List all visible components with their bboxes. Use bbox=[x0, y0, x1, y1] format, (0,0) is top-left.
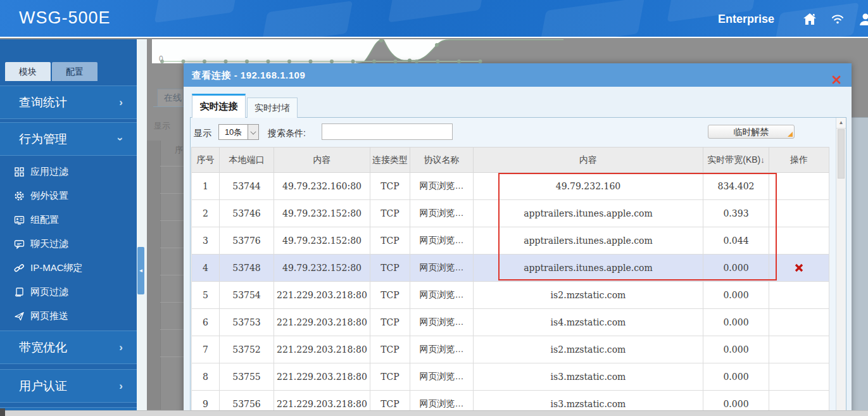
col-remote-content: 内容 bbox=[474, 148, 703, 173]
table-row[interactable]: 25374649.79.232.152:80TCP网页浏览…apptrailer… bbox=[192, 200, 829, 227]
row-remote-content-cell: apptrailers.itunes.apple.com bbox=[474, 255, 703, 282]
gear-icon bbox=[14, 191, 25, 201]
sidebar-section-user-auth[interactable]: 用户认证 › bbox=[0, 369, 137, 403]
row-seq-cell: 5 bbox=[192, 282, 220, 309]
scrollbar-up-icon[interactable]: ▲ bbox=[836, 118, 846, 129]
edition-label: Enterprise bbox=[718, 13, 774, 26]
send-icon bbox=[14, 311, 25, 322]
col-bandwidth[interactable]: 实时带宽(KB)↓ bbox=[703, 148, 769, 173]
window-scroll-corner bbox=[0, 408, 5, 416]
table-row[interactable]: 853755221.229.203.218:80TCP网页浏览…is3.mzst… bbox=[192, 363, 829, 391]
sidebar-item-app-filter[interactable]: 应用过滤 bbox=[0, 160, 137, 184]
row-local-content-cell: 221.229.203.218:80 bbox=[274, 336, 370, 363]
dialog-title: 查看连接 - 192.168.1.109 bbox=[192, 70, 305, 80]
webpage-icon bbox=[14, 287, 25, 298]
row-port-cell: 53754 bbox=[220, 282, 274, 309]
sidebar-nav: 模块 配置 查询统计 › 行为管理 › 应用过滤 例外设置 组配置 聊天过滤 bbox=[0, 39, 137, 416]
panel-scrollbar[interactable]: ▲ bbox=[836, 118, 846, 415]
row-action-cell[interactable] bbox=[769, 255, 829, 282]
row-remote-content-cell: apptrailers.itunes.apple.com bbox=[474, 200, 703, 227]
close-icon[interactable] bbox=[831, 70, 841, 80]
row-protocol-cell: 网页浏览… bbox=[410, 336, 474, 363]
row-port-cell: 53776 bbox=[220, 227, 274, 255]
sidebar-item-exception-settings[interactable]: 例外设置 bbox=[0, 184, 137, 208]
tab-realtime-connections[interactable]: 实时连接 bbox=[192, 94, 246, 118]
row-port-cell: 53752 bbox=[220, 336, 274, 363]
row-protocol-cell: 网页浏览… bbox=[410, 309, 474, 336]
connections-panel: 显示 10条 搜索条件: 临时解禁 序号 本地端口 bbox=[190, 117, 846, 416]
row-local-content-cell: 221.229.203.218:80 bbox=[274, 363, 370, 391]
sidebar-tab-config[interactable]: 配置 bbox=[52, 62, 97, 81]
sidebar-gutter bbox=[137, 39, 147, 416]
select-dropdown-icon bbox=[248, 125, 258, 139]
dialog-titlebar[interactable]: 查看连接 - 192.168.1.109 bbox=[184, 63, 852, 87]
row-seq-cell: 1 bbox=[192, 173, 220, 200]
table-header-row: 序号 本地端口 内容 连接类型 协议名称 内容 实时带宽(KB)↓ 操作 bbox=[192, 148, 829, 173]
search-condition-label: 搜索条件: bbox=[268, 128, 306, 139]
sidebar-item-ip-mac-binding[interactable]: IP-MAC绑定 bbox=[0, 256, 137, 280]
row-protocol-cell: 网页浏览… bbox=[410, 282, 474, 309]
chart-y-axis-zero-label: 0 bbox=[159, 54, 163, 63]
col-seq: 序号 bbox=[192, 148, 220, 173]
row-conn-type-cell: TCP bbox=[370, 173, 410, 200]
tab-realtime-blocking[interactable]: 实时封堵 bbox=[247, 98, 298, 118]
row-action-cell bbox=[769, 336, 829, 363]
background-traffic-chart: 0 bbox=[152, 39, 563, 63]
row-conn-type-cell: TCP bbox=[370, 336, 410, 363]
sidebar-item-chat-filter[interactable]: 聊天过滤 bbox=[0, 232, 137, 256]
row-action-cell bbox=[769, 227, 829, 255]
row-port-cell: 53746 bbox=[220, 200, 274, 227]
row-action-cell bbox=[769, 282, 829, 309]
row-protocol-cell: 网页浏览… bbox=[410, 363, 474, 391]
group-icon bbox=[14, 215, 25, 225]
sidebar-section-query-stats[interactable]: 查询统计 › bbox=[0, 85, 137, 119]
col-conn-type: 连接类型 bbox=[370, 148, 410, 173]
row-seq-cell: 4 bbox=[192, 255, 220, 282]
row-bandwidth-cell: 0.393 bbox=[703, 200, 769, 227]
row-conn-type-cell: TCP bbox=[370, 309, 410, 336]
window-horizontal-scrollbar[interactable] bbox=[5, 410, 868, 416]
row-local-content-cell: 221.229.203.218:80 bbox=[274, 309, 370, 336]
home-icon[interactable] bbox=[802, 12, 817, 26]
row-bandwidth-cell: 0.000 bbox=[703, 309, 769, 336]
scrollbar-thumb[interactable] bbox=[838, 129, 845, 179]
sidebar-tab-module[interactable]: 模块 bbox=[5, 62, 51, 81]
sidebar-item-group-config[interactable]: 组配置 bbox=[0, 208, 137, 232]
row-port-cell: 53755 bbox=[220, 363, 274, 391]
collapse-left-icon: ◄ bbox=[139, 268, 144, 274]
table-row[interactable]: 653753221.229.203.218:80TCP网页浏览…is4.mzst… bbox=[192, 309, 829, 336]
row-bandwidth-cell: 834.402 bbox=[703, 173, 769, 200]
chevron-down-icon: › bbox=[116, 137, 127, 141]
temporary-unblock-button[interactable]: 临时解禁 bbox=[708, 125, 795, 139]
table-row[interactable]: 15374449.79.232.160:80TCP网页浏览…49.79.232.… bbox=[192, 173, 829, 200]
table-row[interactable]: 45374849.79.232.152:80TCP网页浏览…apptrailer… bbox=[192, 255, 829, 282]
row-protocol-cell: 网页浏览… bbox=[410, 173, 474, 200]
page-size-value: 10条 bbox=[219, 125, 248, 139]
connections-table: 序号 本地端口 内容 连接类型 协议名称 内容 实时带宽(KB)↓ 操作 153… bbox=[191, 147, 829, 416]
row-remote-content-cell: 49.79.232.160 bbox=[474, 173, 703, 200]
table-row[interactable]: 753752221.229.203.218:80TCP网页浏览…is2.mzst… bbox=[192, 336, 829, 363]
row-seq-cell: 3 bbox=[192, 227, 220, 255]
col-protocol: 协议名称 bbox=[410, 148, 474, 173]
user-icon[interactable] bbox=[858, 12, 868, 26]
sidebar-collapse-handle[interactable]: ◄ bbox=[137, 247, 144, 294]
sidebar-item-web-filter[interactable]: 网页过滤 bbox=[0, 280, 137, 304]
search-input[interactable] bbox=[322, 123, 453, 140]
row-remote-content-cell: is2.mzstatic.com bbox=[474, 336, 703, 363]
sidebar-item-web-push[interactable]: 网页推送 bbox=[0, 304, 137, 328]
row-seq-cell: 2 bbox=[192, 200, 220, 227]
row-local-content-cell: 49.79.232.152:80 bbox=[274, 227, 370, 255]
background-seq-header: 序 bbox=[175, 144, 183, 156]
sidebar-section-behavior-mgmt[interactable]: 行为管理 › bbox=[0, 122, 137, 156]
row-action-cell bbox=[769, 173, 829, 200]
page-size-select[interactable]: 10条 bbox=[218, 124, 259, 140]
table-row[interactable]: 553754221.229.203.218:80TCP网页浏览…is2.mzst… bbox=[192, 282, 829, 309]
background-online-tab: 在线 bbox=[157, 89, 184, 106]
table-row[interactable]: 35377649.79.232.152:80TCP网页浏览…apptrailer… bbox=[192, 227, 829, 255]
row-conn-type-cell: TCP bbox=[370, 227, 410, 255]
delete-connection-icon[interactable] bbox=[794, 263, 804, 273]
wifi-icon[interactable] bbox=[830, 12, 845, 26]
row-remote-content-cell: is2.mzstatic.com bbox=[474, 282, 703, 309]
sidebar-section-bandwidth-opt[interactable]: 带宽优化 › bbox=[0, 331, 137, 364]
row-seq-cell: 7 bbox=[192, 336, 220, 363]
